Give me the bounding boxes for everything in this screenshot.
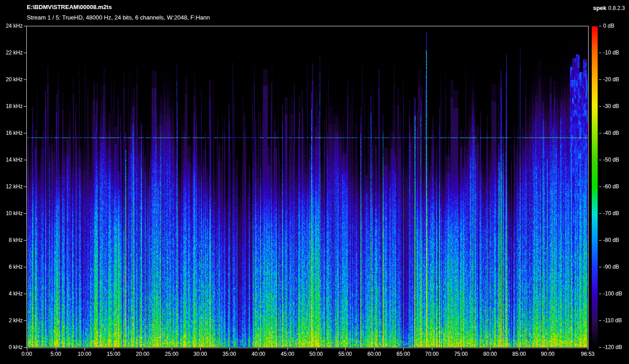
time-tick-label: 60:00 (361, 351, 388, 357)
db-tick (599, 160, 601, 160)
app-version-number: 0.8.2.3 (608, 5, 625, 11)
db-tick (599, 79, 601, 80)
time-tick-label: 85:00 (505, 351, 533, 357)
color-scale-bar (592, 26, 598, 348)
time-tick-label: 50:00 (302, 351, 330, 357)
app-name: spek (593, 5, 607, 11)
frequency-tick-label: 22 kHz (0, 49, 23, 56)
db-tick-label: 0 dB (603, 23, 614, 29)
time-tick-label: 70:00 (418, 351, 446, 357)
db-tick (599, 320, 601, 321)
frequency-tick (24, 160, 26, 160)
stream-info: Stream 1 / 5: TrueHD, 48000 Hz, 24 bits,… (27, 14, 210, 21)
time-tick-label: 75:00 (447, 351, 475, 357)
time-tick (56, 348, 56, 350)
time-tick (490, 348, 490, 350)
time-tick-label: 96:53 (574, 351, 601, 357)
db-tick (599, 347, 601, 348)
time-tick-label: 30:00 (187, 351, 214, 357)
time-tick (287, 348, 288, 350)
frequency-tick-label: 4 kHz (0, 290, 23, 297)
frequency-tick (24, 106, 26, 107)
spectrogram-canvas (27, 26, 588, 347)
time-tick-label: 80:00 (476, 351, 504, 357)
time-tick (229, 348, 230, 350)
frequency-tick-label: 24 kHz (0, 23, 23, 29)
db-tick (599, 133, 601, 133)
db-tick-label: -20 dB (603, 76, 619, 83)
frequency-tick (24, 133, 26, 133)
file-path: E:\BDMV\STREAM\00008.m2ts (27, 4, 112, 10)
frequency-tick (24, 187, 26, 187)
time-tick (403, 348, 404, 350)
time-tick-label: 25:00 (158, 351, 185, 357)
db-tick-label: -40 dB (603, 130, 619, 136)
frequency-tick (24, 79, 26, 80)
time-tick (548, 348, 548, 350)
time-tick-label: 15:00 (100, 351, 127, 357)
db-tick-label: -10 dB (603, 49, 619, 56)
spek-window: { "header": { "file_path": "E:\\BDMV\\ST… (0, 0, 629, 364)
db-tick-label: -80 dB (603, 237, 619, 243)
time-tick-label: 65:00 (390, 351, 417, 357)
frequency-tick-label: 16 kHz (0, 130, 23, 136)
time-tick-label: 55:00 (332, 351, 359, 357)
time-tick (200, 348, 201, 350)
frequency-tick-label: 10 kHz (0, 210, 23, 216)
frequency-tick (24, 53, 26, 53)
frequency-tick (24, 347, 26, 348)
time-tick (27, 348, 27, 350)
time-tick (114, 348, 114, 350)
frequency-tick (24, 213, 26, 214)
db-tick-label: -70 dB (603, 210, 619, 216)
frequency-tick (24, 320, 26, 321)
frequency-tick-label: 12 kHz (0, 183, 23, 190)
db-tick (599, 267, 601, 267)
frequency-tick-label: 8 kHz (0, 237, 23, 243)
db-tick (599, 106, 601, 107)
app-version-label: spek0.8.2.3 (593, 5, 625, 11)
db-tick-label: -30 dB (603, 103, 619, 109)
db-tick-label: -50 dB (603, 157, 619, 163)
frequency-tick (24, 26, 26, 26)
time-tick-label: 0:00 (13, 351, 40, 357)
frequency-tick (24, 294, 26, 294)
time-tick (432, 348, 432, 350)
time-tick-label: 20:00 (129, 351, 156, 357)
time-tick-label: 90:00 (534, 351, 561, 357)
time-tick-label: 45:00 (274, 351, 301, 357)
time-tick (519, 348, 520, 350)
time-tick (316, 348, 317, 350)
time-tick (84, 348, 85, 350)
time-tick (374, 348, 375, 350)
db-tick (599, 26, 601, 26)
db-tick (599, 53, 601, 53)
frequency-tick-label: 6 kHz (0, 264, 23, 270)
db-tick (599, 294, 601, 294)
db-tick-label: -110 dB (603, 317, 622, 324)
time-tick (143, 348, 143, 350)
time-tick (172, 348, 172, 350)
time-tick (258, 348, 259, 350)
frequency-tick-label: 20 kHz (0, 76, 23, 83)
db-tick-label: -120 dB (603, 344, 622, 350)
time-tick (588, 348, 588, 350)
db-tick-label: -60 dB (603, 183, 619, 190)
time-tick-label: 10:00 (71, 351, 98, 357)
db-tick-label: -100 dB (603, 290, 622, 297)
frequency-tick-label: 0 kHz (0, 344, 23, 350)
db-tick-label: -90 dB (603, 264, 619, 270)
frequency-tick (24, 267, 26, 267)
frequency-tick-label: 14 kHz (0, 157, 23, 163)
db-tick (599, 213, 601, 214)
time-tick-label: 5:00 (42, 351, 69, 357)
time-tick-label: 35:00 (216, 351, 243, 357)
frequency-tick (24, 240, 26, 241)
time-tick (345, 348, 346, 350)
db-tick (599, 240, 601, 241)
frequency-tick-label: 18 kHz (0, 103, 23, 109)
time-tick (461, 348, 461, 350)
db-tick (599, 187, 601, 187)
frequency-tick-label: 2 kHz (0, 317, 23, 324)
time-tick-label: 40:00 (245, 351, 272, 357)
